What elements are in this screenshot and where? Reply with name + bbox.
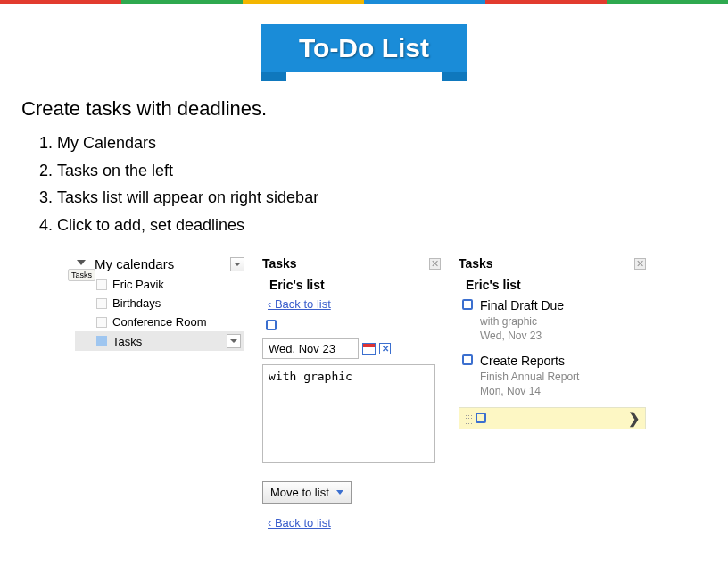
task-title: Create Reports	[480, 353, 579, 370]
step-item: Tasks on the left	[57, 157, 707, 185]
chevron-right-icon[interactable]: ❯	[628, 410, 640, 427]
calendar-item-dropdown[interactable]	[227, 334, 241, 348]
calendar-item[interactable]: Eric Pavik	[75, 275, 244, 294]
back-to-list-link-bottom[interactable]: ‹ Back to list	[268, 516, 331, 529]
step-item: My Calendars	[57, 129, 707, 157]
chevron-down-icon	[234, 263, 241, 266]
calendars-dropdown-button[interactable]	[230, 257, 244, 271]
task-note-input[interactable]	[262, 364, 435, 463]
task-list-name: Eric's list	[466, 278, 646, 292]
task-checkbox[interactable]	[462, 299, 473, 310]
due-date-input[interactable]	[262, 338, 359, 359]
task-checkbox[interactable]	[476, 413, 486, 423]
checkbox-icon[interactable]	[96, 298, 107, 309]
calendar-item-label: Eric Pavik	[112, 278, 164, 291]
clear-date-icon[interactable]: ✕	[379, 343, 391, 354]
task-date: Mon, Nov 14	[480, 384, 579, 398]
my-calendars-panel: My calendars Tasks Eric Pavik Birthdays …	[75, 256, 244, 538]
checkbox-icon[interactable]	[96, 279, 107, 290]
close-icon[interactable]: ✕	[634, 258, 646, 270]
step-item: Tasks list will appear on right sidebar	[57, 184, 707, 212]
task-title: Final Draft Due	[480, 297, 564, 314]
task-note: with graphic	[480, 314, 564, 329]
page-title: To-Do List	[299, 33, 429, 63]
back-to-list-link[interactable]: ‹ Back to list	[268, 297, 331, 311]
move-to-list-button[interactable]: Move to list	[262, 481, 352, 504]
page-title-banner: To-Do List	[261, 24, 467, 72]
top-color-bar	[0, 0, 728, 4]
section-heading: Create tasks with deadlines.	[21, 97, 707, 121]
calendar-item[interactable]: Birthdays	[75, 294, 244, 313]
close-icon[interactable]: ✕	[429, 258, 441, 270]
task-checkbox[interactable]	[462, 354, 473, 365]
calendar-icon[interactable]	[362, 343, 376, 355]
steps-list: My Calendars Tasks on the left Tasks lis…	[21, 129, 707, 238]
calendar-item-label: Birthdays	[112, 296, 161, 310]
calendar-item[interactable]: Conference Room	[75, 313, 244, 331]
step-item: Click to add, set deadlines	[57, 212, 707, 239]
calendar-item-label: Tasks	[112, 335, 142, 348]
calendar-item-label: Conference Room	[112, 315, 207, 329]
task-date: Wed, Nov 23	[480, 329, 564, 343]
checkbox-icon[interactable]	[96, 336, 107, 346]
my-calendars-label: My calendars	[95, 256, 174, 271]
task-note: Finish Annual Report	[480, 370, 579, 384]
chevron-down-icon	[77, 260, 86, 265]
chevron-down-icon	[336, 490, 343, 495]
tasks-header: Tasks	[262, 256, 297, 271]
task-detail-panel: Tasks ✕ Eric's list ‹ Back to list ✕ Mov…	[262, 256, 441, 538]
calendar-item-tasks[interactable]: Tasks	[75, 331, 244, 351]
task-item[interactable]: Final Draft Due with graphic Wed, Nov 23	[462, 297, 646, 343]
chevron-down-icon	[230, 339, 237, 343]
drag-handle-icon[interactable]	[465, 412, 472, 424]
checkbox-icon[interactable]	[96, 317, 107, 328]
calendar-list: Eric Pavik Birthdays Conference Room Tas…	[75, 275, 244, 351]
task-item[interactable]: Create Reports Finish Annual Report Mon,…	[462, 353, 646, 398]
new-task-row[interactable]: ❯	[459, 407, 646, 429]
move-to-list-label: Move to list	[270, 486, 329, 499]
tasks-list-panel: Tasks ✕ Eric's list Final Draft Due with…	[459, 256, 646, 538]
my-calendars-title[interactable]: My calendars Tasks	[75, 256, 174, 271]
tasks-header: Tasks	[459, 256, 493, 271]
task-checkbox[interactable]	[266, 320, 277, 330]
task-list-name: Eric's list	[269, 278, 441, 292]
